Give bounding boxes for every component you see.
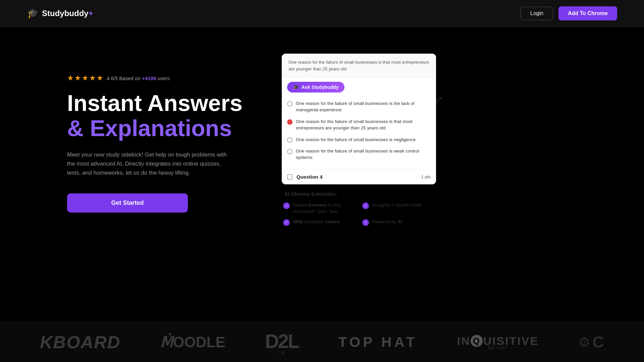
question4-row: Question 4 1 pts bbox=[282, 169, 436, 184]
login-button[interactable]: Login bbox=[521, 7, 553, 20]
feature-text-4: Powered by AI bbox=[372, 219, 402, 225]
ai-extension-features: AI Chrome Extension: ✓ Instant Answers t… bbox=[282, 191, 436, 226]
feature-incognito: ✓ Incognito + stealth mode bbox=[362, 202, 435, 215]
logos-bar: kboard ṁoodle D2L TM TOP HAT INQUISITIVE… bbox=[0, 322, 644, 362]
cursor-arrow-icon: ↗ bbox=[435, 94, 443, 105]
star-rating: ★★★★★ bbox=[67, 74, 104, 82]
add-to-chrome-button[interactable]: Add To Chrome bbox=[558, 6, 617, 20]
hero-description: Meet your new study sidekick! Get help o… bbox=[67, 150, 228, 178]
ai-extension-title: AI Chrome Extension: bbox=[283, 191, 435, 197]
radio-option-4[interactable] bbox=[287, 149, 292, 154]
get-started-button[interactable]: Get Started bbox=[67, 193, 188, 213]
hero-headline: Instant Answers & Explanations bbox=[67, 90, 262, 141]
radio-option-3[interactable] bbox=[287, 137, 292, 143]
feature-instant-answers: ✓ Instant Answers to Any Homework, Quiz,… bbox=[283, 202, 356, 215]
logo-icon: 🎓 bbox=[27, 8, 39, 19]
quiz-option-4[interactable]: One reason for the failure of small busi… bbox=[287, 145, 431, 164]
feature-powered-ai: ✓ Powered by AI bbox=[362, 219, 435, 226]
feature-questions-solved: ✓ 800k questions solved bbox=[283, 219, 356, 226]
logo-blackboard: kboard bbox=[40, 332, 120, 352]
quiz-scroll-text: One reason for the failure of small busi… bbox=[282, 54, 436, 78]
hero-section: ★★★★★ 4.6/5 Based on +4100 users Instant… bbox=[67, 54, 262, 213]
rating-row: ★★★★★ 4.6/5 Based on +4100 users bbox=[67, 74, 262, 82]
ask-studybuddy-button[interactable]: 🎓 Ask Studybuddy bbox=[287, 82, 344, 93]
logo-text: Studybuddy+ bbox=[42, 9, 93, 18]
quiz-option-3[interactable]: One reason for the failure of small busi… bbox=[287, 134, 431, 146]
nav-actions: Login Add To Chrome bbox=[521, 6, 617, 20]
navbar: 🎓 Studybuddy+ Login Add To Chrome bbox=[0, 0, 644, 27]
check-icon-2: ✓ bbox=[362, 202, 369, 209]
feature-text-3: 800k questions solved bbox=[293, 219, 339, 225]
studybuddy-icon: 🎓 bbox=[293, 84, 299, 90]
feature-text-2: Incognito + stealth mode bbox=[372, 202, 422, 208]
radio-option-1[interactable] bbox=[287, 101, 292, 107]
quiz-option-2[interactable]: One reason for the failure of small busi… bbox=[287, 116, 431, 134]
check-icon-4: ✓ bbox=[362, 219, 369, 226]
quiz-demo-section: One reason for the failure of small busi… bbox=[282, 54, 436, 226]
logo-other: ⚙ C bbox=[578, 333, 604, 351]
logo-d2l: D2L TM bbox=[265, 330, 299, 355]
quiz-options-list: One reason for the failure of small busi… bbox=[282, 95, 436, 169]
feature-text-1: Instant Answers to Any Homework, Quiz, T… bbox=[293, 202, 356, 215]
question4-checkbox[interactable] bbox=[287, 174, 292, 180]
radio-option-2-selected[interactable] bbox=[287, 119, 292, 125]
quiz-option-1[interactable]: One reason for the failure of small busi… bbox=[287, 98, 431, 116]
question4-label: Question 4 bbox=[297, 174, 421, 180]
logo-tophat: TOP HAT bbox=[338, 334, 418, 350]
rating-text: 4.6/5 Based on +4100 users bbox=[107, 75, 170, 81]
features-grid: ✓ Instant Answers to Any Homework, Quiz,… bbox=[283, 202, 435, 226]
logo[interactable]: 🎓 Studybuddy+ bbox=[27, 8, 93, 19]
main-content: ★★★★★ 4.6/5 Based on +4100 users Instant… bbox=[0, 27, 644, 226]
logo-inquisitive: INQUISITIVE WE TEST bbox=[457, 335, 539, 350]
logo-moodle: ṁoodle bbox=[160, 334, 225, 351]
check-icon-3: ✓ bbox=[283, 219, 290, 226]
quiz-card: One reason for the failure of small busi… bbox=[282, 54, 436, 184]
question4-pts: 1 pts bbox=[421, 174, 431, 179]
check-icon-1: ✓ bbox=[283, 202, 290, 209]
